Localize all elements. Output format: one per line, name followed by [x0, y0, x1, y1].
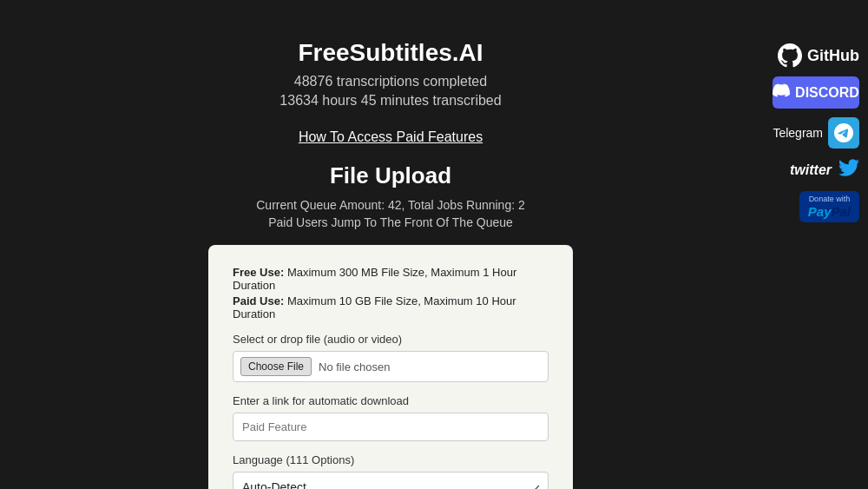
- sidebar-item-github[interactable]: GitHub: [778, 43, 859, 68]
- telegram-icon: [828, 117, 859, 149]
- choose-file-button[interactable]: Choose File: [240, 357, 312, 376]
- github-icon: [778, 43, 802, 68]
- sidebar: GitHub DISCORD Telegram twitter: [773, 43, 859, 222]
- language-select-wrapper: Auto-Detect ⦤: [233, 472, 549, 489]
- paid-features-link[interactable]: How To Access Paid Features: [299, 129, 483, 145]
- sidebar-item-telegram[interactable]: Telegram: [773, 117, 859, 149]
- queue-jump-info: Paid Users Jump To The Front Of The Queu…: [268, 215, 513, 229]
- sidebar-item-twitter[interactable]: twitter: [790, 157, 859, 182]
- no-file-text: No file chosen: [319, 360, 390, 373]
- paypal-donate-text: Donate with: [809, 195, 851, 204]
- sidebar-item-discord[interactable]: DISCORD: [773, 76, 859, 109]
- paypal-label: PayPal: [808, 204, 851, 219]
- paid-use-label: Paid Use: Maximum 10 GB File Size, Maxim…: [233, 294, 549, 320]
- free-use-label: Free Use: Maximum 300 MB File Size, Maxi…: [233, 266, 549, 292]
- github-label: GitHub: [807, 47, 859, 65]
- file-input-row: Choose File No file chosen: [233, 351, 549, 382]
- link-input-label: Enter a link for automatic download: [233, 394, 549, 407]
- queue-info: Current Queue Amount: 42, Total Jobs Run…: [256, 198, 525, 212]
- hours-stat: 13634 hours 45 minutes transcribed: [279, 93, 501, 109]
- file-select-label: Select or drop file (audio or video): [233, 333, 549, 346]
- sidebar-item-paypal[interactable]: Donate with PayPal: [799, 191, 859, 222]
- file-upload-title: File Upload: [330, 162, 451, 189]
- transcriptions-stat: 48876 transcriptions completed: [294, 74, 487, 89]
- telegram-label: Telegram: [773, 126, 823, 140]
- twitter-label: twitter: [790, 162, 832, 178]
- link-input[interactable]: [233, 413, 549, 441]
- upload-card: Free Use: Maximum 300 MB File Size, Maxi…: [208, 245, 573, 489]
- twitter-icon: [838, 157, 859, 182]
- site-title: FreeSubtitles.AI: [298, 39, 483, 67]
- discord-label: DISCORD: [795, 85, 859, 101]
- discord-icon: [773, 82, 790, 103]
- language-label: Language (111 Options): [233, 453, 549, 466]
- language-select[interactable]: Auto-Detect: [233, 472, 549, 489]
